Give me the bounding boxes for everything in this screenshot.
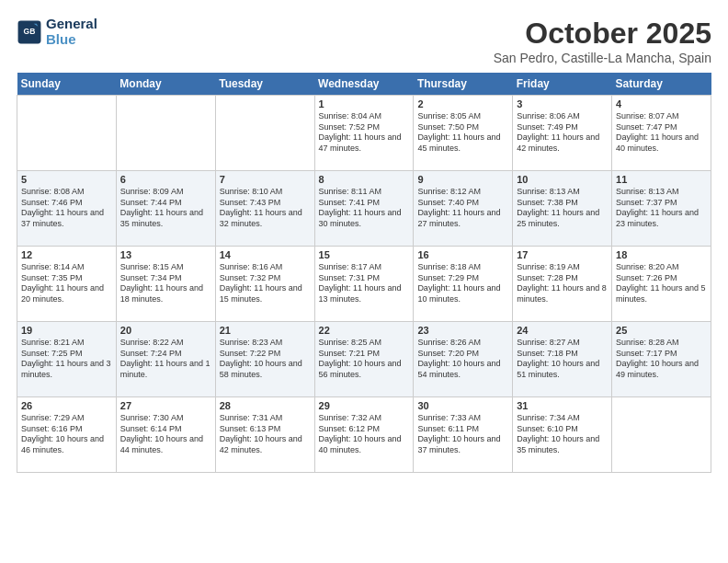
cell-info: Sunrise: 8:14 AM Sunset: 7:35 PM Dayligh… xyxy=(21,262,112,305)
cell-info: Sunrise: 8:20 AM Sunset: 7:26 PM Dayligh… xyxy=(616,262,707,305)
logo-line2: Blue xyxy=(46,32,97,48)
calendar-cell-empty xyxy=(612,397,711,473)
date-number: 16 xyxy=(417,249,508,260)
calendar-cell-1: 1Sunrise: 8:04 AM Sunset: 7:52 PM Daylig… xyxy=(314,96,414,171)
calendar-cell-22: 22Sunrise: 8:25 AM Sunset: 7:21 PM Dayli… xyxy=(314,322,414,397)
cell-info: Sunrise: 8:07 AM Sunset: 7:47 PM Dayligh… xyxy=(616,111,707,155)
cell-info: Sunrise: 7:30 AM Sunset: 6:14 PM Dayligh… xyxy=(120,413,211,456)
calendar-cell-8: 8Sunrise: 8:11 AM Sunset: 7:41 PM Daylig… xyxy=(314,171,414,247)
cell-info: Sunrise: 7:29 AM Sunset: 6:16 PM Dayligh… xyxy=(21,413,112,456)
cell-info: Sunrise: 7:34 AM Sunset: 6:10 PM Dayligh… xyxy=(517,413,608,456)
day-header-tuesday: Tuesday xyxy=(215,73,314,96)
calendar-cell-17: 17Sunrise: 8:19 AM Sunset: 7:28 PM Dayli… xyxy=(513,247,612,322)
date-number: 9 xyxy=(417,174,508,185)
day-header-friday: Friday xyxy=(513,73,612,96)
calendar-cell-16: 16Sunrise: 8:18 AM Sunset: 7:29 PM Dayli… xyxy=(414,247,513,322)
day-header-sunday: Sunday xyxy=(17,73,117,96)
date-number: 19 xyxy=(21,325,112,336)
cell-info: Sunrise: 8:18 AM Sunset: 7:29 PM Dayligh… xyxy=(417,262,508,305)
date-number: 23 xyxy=(417,325,508,336)
cell-info: Sunrise: 8:04 AM Sunset: 7:52 PM Dayligh… xyxy=(319,111,410,155)
calendar-cell-13: 13Sunrise: 8:15 AM Sunset: 7:34 PM Dayli… xyxy=(116,247,215,322)
date-number: 7 xyxy=(220,174,311,185)
calendar-cell-26: 26Sunrise: 7:29 AM Sunset: 6:16 PM Dayli… xyxy=(17,397,117,473)
cell-info: Sunrise: 8:28 AM Sunset: 7:17 PM Dayligh… xyxy=(616,338,707,381)
cell-info: Sunrise: 8:27 AM Sunset: 7:18 PM Dayligh… xyxy=(517,338,608,381)
calendar-cell-18: 18Sunrise: 8:20 AM Sunset: 7:26 PM Dayli… xyxy=(612,247,711,322)
date-number: 11 xyxy=(616,174,707,185)
calendar-cell-27: 27Sunrise: 7:30 AM Sunset: 6:14 PM Dayli… xyxy=(116,397,215,473)
calendar-cell-19: 19Sunrise: 8:21 AM Sunset: 7:25 PM Dayli… xyxy=(17,322,117,397)
calendar-cell-4: 4Sunrise: 8:07 AM Sunset: 7:47 PM Daylig… xyxy=(612,96,711,171)
date-number: 17 xyxy=(517,249,608,260)
calendar-cell-7: 7Sunrise: 8:10 AM Sunset: 7:43 PM Daylig… xyxy=(215,171,314,247)
calendar-cell-24: 24Sunrise: 8:27 AM Sunset: 7:18 PM Dayli… xyxy=(513,322,612,397)
date-number: 24 xyxy=(517,325,608,336)
date-number: 5 xyxy=(21,174,112,185)
cell-info: Sunrise: 8:06 AM Sunset: 7:49 PM Dayligh… xyxy=(517,111,608,155)
day-header-wednesday: Wednesday xyxy=(314,73,414,96)
date-number: 1 xyxy=(319,98,410,109)
calendar-cell-20: 20Sunrise: 8:22 AM Sunset: 7:24 PM Dayli… xyxy=(116,322,215,397)
cell-info: Sunrise: 8:13 AM Sunset: 7:38 PM Dayligh… xyxy=(517,187,608,230)
calendar-cell-empty xyxy=(116,96,215,171)
cell-info: Sunrise: 8:16 AM Sunset: 7:32 PM Dayligh… xyxy=(220,262,311,305)
calendar-cell-15: 15Sunrise: 8:17 AM Sunset: 7:31 PM Dayli… xyxy=(314,247,414,322)
calendar-cell-28: 28Sunrise: 7:31 AM Sunset: 6:13 PM Dayli… xyxy=(215,397,314,473)
date-number: 15 xyxy=(319,249,410,260)
calendar-cell-31: 31Sunrise: 7:34 AM Sunset: 6:10 PM Dayli… xyxy=(513,397,612,473)
calendar-cell-empty xyxy=(215,96,314,171)
month-title: October 2025 xyxy=(494,17,711,51)
calendar-cell-3: 3Sunrise: 8:06 AM Sunset: 7:49 PM Daylig… xyxy=(513,96,612,171)
logo-icon: GB xyxy=(17,19,42,45)
calendar-cell-2: 2Sunrise: 8:05 AM Sunset: 7:50 PM Daylig… xyxy=(414,96,513,171)
calendar-cell-empty xyxy=(17,96,117,171)
cell-info: Sunrise: 8:19 AM Sunset: 7:28 PM Dayligh… xyxy=(517,262,608,305)
cell-info: Sunrise: 7:33 AM Sunset: 6:11 PM Dayligh… xyxy=(417,413,508,456)
date-number: 27 xyxy=(120,400,211,411)
cell-info: Sunrise: 7:31 AM Sunset: 6:13 PM Dayligh… xyxy=(220,413,311,456)
calendar-table: SundayMondayTuesdayWednesdayThursdayFrid… xyxy=(17,73,711,473)
cell-info: Sunrise: 7:32 AM Sunset: 6:12 PM Dayligh… xyxy=(319,413,410,456)
date-number: 18 xyxy=(616,249,707,260)
cell-info: Sunrise: 8:17 AM Sunset: 7:31 PM Dayligh… xyxy=(319,262,410,305)
date-number: 3 xyxy=(517,98,608,109)
calendar-cell-10: 10Sunrise: 8:13 AM Sunset: 7:38 PM Dayli… xyxy=(513,171,612,247)
cell-info: Sunrise: 8:09 AM Sunset: 7:44 PM Dayligh… xyxy=(120,187,211,230)
calendar-cell-21: 21Sunrise: 8:23 AM Sunset: 7:22 PM Dayli… xyxy=(215,322,314,397)
cell-info: Sunrise: 8:11 AM Sunset: 7:41 PM Dayligh… xyxy=(319,187,410,230)
calendar-cell-6: 6Sunrise: 8:09 AM Sunset: 7:44 PM Daylig… xyxy=(116,171,215,247)
page: GB General Blue October 2025 San Pedro, … xyxy=(0,0,728,563)
calendar-cell-23: 23Sunrise: 8:26 AM Sunset: 7:20 PM Dayli… xyxy=(414,322,513,397)
cell-info: Sunrise: 8:13 AM Sunset: 7:37 PM Dayligh… xyxy=(616,187,707,230)
cell-info: Sunrise: 8:08 AM Sunset: 7:46 PM Dayligh… xyxy=(21,187,112,230)
header: GB General Blue October 2025 San Pedro, … xyxy=(17,17,711,65)
date-number: 10 xyxy=(517,174,608,185)
logo-text: General Blue xyxy=(46,17,97,47)
calendar-cell-29: 29Sunrise: 7:32 AM Sunset: 6:12 PM Dayli… xyxy=(314,397,414,473)
svg-text:GB: GB xyxy=(24,26,36,35)
cell-info: Sunrise: 8:26 AM Sunset: 7:20 PM Dayligh… xyxy=(417,338,508,381)
date-number: 30 xyxy=(417,400,508,411)
day-header-thursday: Thursday xyxy=(414,73,513,96)
date-number: 13 xyxy=(120,249,211,260)
date-number: 14 xyxy=(220,249,311,260)
day-header-saturday: Saturday xyxy=(612,73,711,96)
date-number: 4 xyxy=(616,98,707,109)
cell-info: Sunrise: 8:25 AM Sunset: 7:21 PM Dayligh… xyxy=(319,338,410,381)
date-number: 25 xyxy=(616,325,707,336)
calendar-cell-9: 9Sunrise: 8:12 AM Sunset: 7:40 PM Daylig… xyxy=(414,171,513,247)
calendar-cell-12: 12Sunrise: 8:14 AM Sunset: 7:35 PM Dayli… xyxy=(17,247,117,322)
title-block: October 2025 San Pedro, Castille-La Manc… xyxy=(494,17,711,65)
cell-info: Sunrise: 8:21 AM Sunset: 7:25 PM Dayligh… xyxy=(21,338,112,381)
date-number: 20 xyxy=(120,325,211,336)
cell-info: Sunrise: 8:05 AM Sunset: 7:50 PM Dayligh… xyxy=(417,111,508,155)
cell-info: Sunrise: 8:22 AM Sunset: 7:24 PM Dayligh… xyxy=(120,338,211,381)
logo: GB General Blue xyxy=(17,17,97,47)
date-number: 28 xyxy=(220,400,311,411)
date-number: 21 xyxy=(220,325,311,336)
date-number: 2 xyxy=(417,98,508,109)
calendar-cell-5: 5Sunrise: 8:08 AM Sunset: 7:46 PM Daylig… xyxy=(17,171,117,247)
cell-info: Sunrise: 8:12 AM Sunset: 7:40 PM Dayligh… xyxy=(417,187,508,230)
cell-info: Sunrise: 8:15 AM Sunset: 7:34 PM Dayligh… xyxy=(120,262,211,305)
